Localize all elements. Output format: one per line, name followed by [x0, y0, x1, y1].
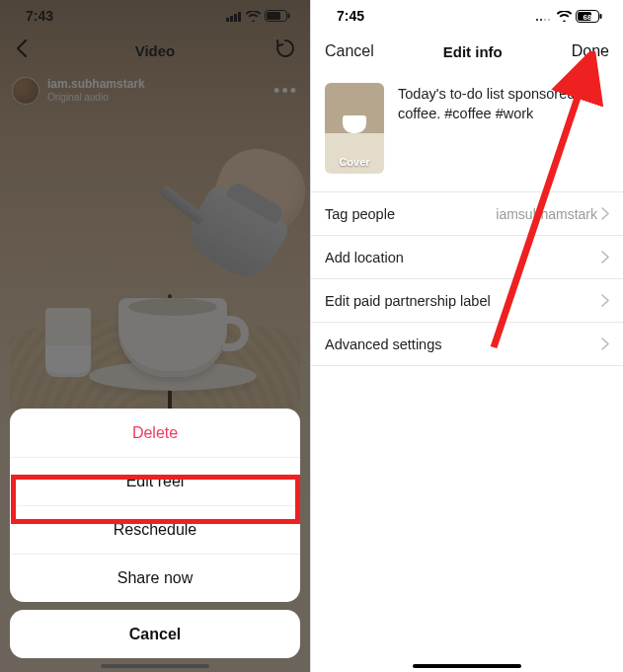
edit-reel-highlight [11, 475, 300, 524]
edit-info-screen: 7:45 68 Cancel Edit info Done Cover Toda… [311, 0, 623, 672]
share-now-button[interactable]: Share now [10, 554, 300, 602]
advanced-settings-row[interactable]: Advanced settings [311, 323, 623, 366]
wifi-icon [557, 11, 572, 22]
status-time: 7:45 [337, 8, 364, 24]
settings-list: Tag people iamsubhamstark Add location E… [311, 191, 623, 366]
edit-top-section: Cover Today's to-do list sponsored by co… [311, 71, 623, 191]
add-location-row[interactable]: Add location [311, 236, 623, 279]
action-sheet: Delete Edit reel Reschedule Share now Ca… [10, 409, 300, 658]
tag-people-row[interactable]: Tag people iamsubhamstark [311, 192, 623, 236]
svg-point-7 [536, 19, 538, 21]
svg-rect-14 [600, 14, 602, 19]
svg-point-8 [540, 19, 542, 21]
paid-partnership-row[interactable]: Edit paid partnership label [311, 279, 623, 323]
svg-text:68: 68 [584, 13, 592, 22]
status-bar: 7:45 68 [311, 0, 623, 32]
cover-thumbnail[interactable]: Cover [325, 83, 384, 174]
svg-point-9 [544, 19, 546, 21]
cellular-icon [535, 11, 553, 22]
chevron-right-icon [601, 251, 609, 263]
home-indicator[interactable] [413, 664, 521, 668]
edit-nav: Cancel Edit info Done [311, 32, 623, 71]
done-button[interactable]: Done [572, 42, 609, 60]
tag-people-value: iamsubhamstark [496, 206, 597, 222]
caption-input[interactable]: Today's to-do list sponsored by coffee. … [398, 83, 609, 174]
cancel-button[interactable]: Cancel [325, 42, 374, 60]
status-icons: 68 [535, 10, 603, 23]
battery-icon: 68 [576, 10, 603, 23]
chevron-right-icon [601, 337, 609, 350]
row-label: Tag people [325, 206, 395, 222]
delete-button[interactable]: Delete [10, 409, 300, 457]
sheet-cancel-button[interactable]: Cancel [10, 610, 300, 658]
edit-nav-title: Edit info [443, 43, 503, 60]
video-options-screen: 7:43 Video iam.subhamstark Original audi… [0, 0, 311, 672]
chevron-right-icon [601, 294, 609, 307]
cover-label: Cover [325, 156, 384, 168]
row-label: Edit paid partnership label [325, 293, 491, 309]
svg-point-10 [548, 19, 550, 21]
row-label: Advanced settings [325, 336, 442, 352]
row-label: Add location [325, 250, 404, 265]
chevron-right-icon [601, 207, 609, 220]
home-indicator[interactable] [101, 664, 209, 668]
